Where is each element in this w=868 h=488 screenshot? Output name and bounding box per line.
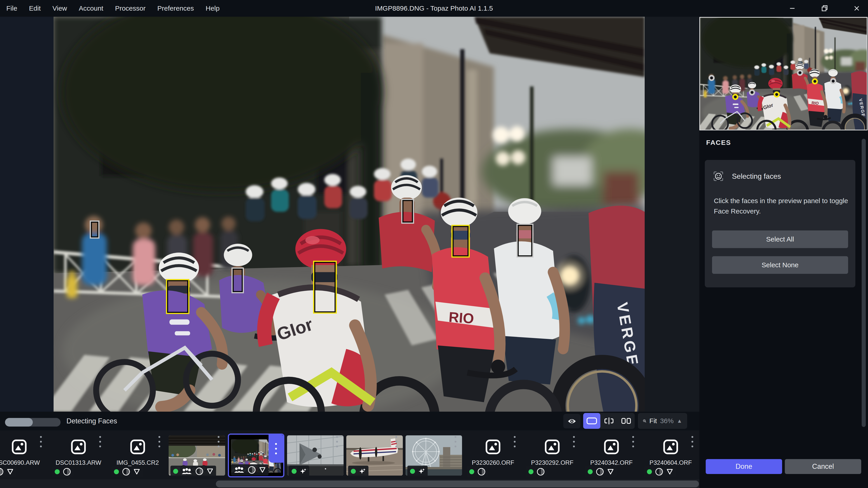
autopilot-badge-strip [0,466,16,477]
filmstrip-filename: P3230292.ORF [531,459,574,466]
zoom-icon [643,418,646,424]
face-box-3[interactable] [231,267,244,293]
navigation-thumbnail-image [700,18,867,130]
face-recovery-badge-icon [234,466,245,473]
filmstrip-item-10[interactable]: P3230292.ORF [524,430,581,488]
filmstrip-filename: DSC01313.ARW [56,459,101,466]
ready-status-dot [469,469,474,474]
autopilot-badge-strip [585,466,617,477]
thumbnail-menu-button[interactable] [336,436,338,447]
close-button[interactable] [850,2,864,15]
ready-status-dot [528,469,533,474]
thumbnail-menu-button[interactable] [573,436,575,447]
menu-help[interactable]: Help [206,4,220,12]
restore-button[interactable] [818,2,831,15]
view-mode-group [583,413,635,429]
thumbnail-menu-button[interactable] [514,436,516,447]
done-button[interactable]: Done [706,459,782,474]
progress-label: Detecting Faces [66,412,117,430]
denoise-badge-icon [122,468,130,476]
navigation-thumbnail[interactable] [700,17,868,130]
show-original-button[interactable] [563,414,581,428]
image-placeholder-icon [12,440,27,454]
preview-face-marker-1[interactable] [708,75,715,81]
denoise-badge-icon [63,468,71,476]
thumbnail-menu-button[interactable] [395,436,397,447]
filmstrip-item-3[interactable]: IMG_0455.CR2 [110,430,166,488]
side-by-side-view-icon [621,417,631,424]
menu-processor[interactable]: Processor [115,4,146,12]
autopilot-badge-strip [644,466,676,477]
sharpen-badge-icon [7,468,13,475]
ready-status-dot [291,469,297,474]
minimize-button[interactable] [785,2,799,15]
filmstrip-item-9[interactable]: P3230260.ORF [465,430,521,488]
image-placeholder-icon [545,440,560,454]
main-photo-preview[interactable] [54,17,645,412]
preview-face-marker-2[interactable] [732,94,738,100]
progress-bar [5,418,61,427]
autopilot-badge-strip [289,466,309,477]
cancel-button[interactable]: Cancel [785,459,861,474]
filmstrip-item-5[interactable] [228,430,284,488]
face-box-7[interactable] [517,224,534,258]
preview-face-marker-7[interactable] [830,78,836,84]
zoom-mode-label: Fit [649,417,657,425]
menu-account[interactable]: Account [79,4,103,12]
thumbnail-menu-button[interactable] [99,436,101,447]
face-box-6[interactable] [452,225,470,258]
preview-face-marker-4[interactable] [774,91,780,97]
filmstrip-item-7[interactable] [346,430,403,488]
preview-face-marker-3[interactable] [749,90,755,96]
filmstrip-item-6[interactable] [287,430,344,488]
face-box-4[interactable] [313,261,337,314]
menu-edit[interactable]: Edit [29,4,41,12]
filmstrip-item-12[interactable]: P3240604.ORF [643,430,699,488]
preview-face-marker-5[interactable] [797,70,803,76]
sharpen-badge-icon [666,468,673,475]
filmstrip-filename: P3240604.ORF [649,459,692,466]
select-all-button[interactable]: Select All [712,230,848,248]
thumbnail-menu-button[interactable] [218,436,219,447]
filmstrip-item-11[interactable]: P3240342.ORF [583,430,640,488]
preview-face-marker-6[interactable] [812,78,818,84]
menu-view[interactable]: View [53,4,67,12]
thumbnail-menu-button[interactable] [691,436,693,447]
thumbnail-menu-button[interactable] [158,436,160,447]
filmstrip-item-4[interactable] [168,430,225,488]
view-split-button[interactable] [600,413,618,429]
face-box-2[interactable] [166,279,190,314]
filmstrip-item-8[interactable] [405,430,462,488]
ready-status-dot [173,469,178,474]
eye-icon [567,418,576,424]
sharpen-badge-icon [133,468,140,475]
select-none-button[interactable]: Select None [712,256,848,274]
thumbnail-menu-button[interactable] [455,436,456,447]
thumbnail-menu-button[interactable] [40,436,42,447]
autopilot-badge-strip [111,466,143,477]
filmstrip-item-2[interactable]: DSC01313.ARW [50,430,107,488]
thumbnail-menu-button[interactable] [632,436,634,447]
face-box-1[interactable] [90,221,99,238]
enhance-badge-icon [418,468,425,475]
window-title: IMGP8896.DNG - Topaz Photo AI 1.1.5 [294,0,574,17]
image-placeholder-icon [604,440,619,454]
zoom-control[interactable]: Fit 36% ▲ [638,413,687,429]
canvas-right-gap [645,17,700,412]
ready-status-dot [588,469,593,474]
thumbnail-menu-button[interactable] [269,435,283,463]
filmstrip-item-1[interactable]: SC00690.ARW [0,430,48,488]
race-photo-image [54,17,645,412]
menu-file[interactable]: File [6,4,17,12]
title-bar: File Edit View Account Processor Prefere… [0,0,868,17]
panel-scrollbar[interactable] [862,139,866,427]
view-side-by-side-button[interactable] [618,413,635,429]
image-placeholder-icon [663,440,678,454]
enhance-badge-icon [359,468,366,475]
menu-preferences[interactable]: Preferences [157,4,194,12]
view-single-button[interactable] [583,413,600,429]
autopilot-badge-strip [526,466,548,477]
autopilot-badge-strip [170,466,216,477]
close-icon [853,4,861,12]
face-box-5[interactable] [401,199,414,224]
